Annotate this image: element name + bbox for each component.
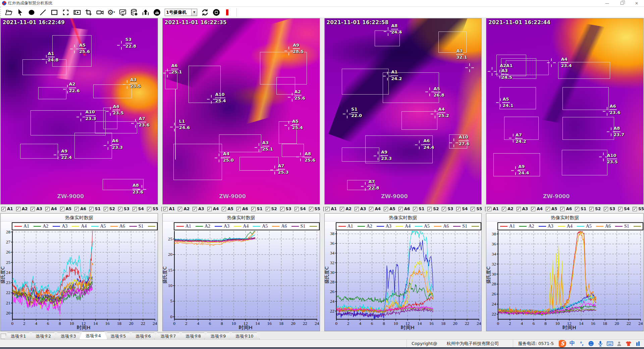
chip-button[interactable] <box>211 8 221 17</box>
checkbox-checked-icon[interactable]: ✓ <box>16 207 20 211</box>
checkbox-checked-icon[interactable]: ✓ <box>118 207 122 211</box>
checkbox-checked-icon[interactable]: ✓ <box>266 207 270 211</box>
series-checkbox-S4[interactable]: ✓S4 <box>294 207 306 211</box>
ime-menu-icon[interactable] <box>635 340 641 347</box>
series-checkbox-A6[interactable]: ✓A6 <box>398 207 410 211</box>
tab-3[interactable]: 选项卡3 <box>54 333 82 339</box>
checkbox-checked-icon[interactable]: ✓ <box>560 207 565 211</box>
series-checkbox-A3[interactable]: ✓A3 <box>193 207 204 211</box>
sogou-logo-icon[interactable]: S <box>559 340 566 347</box>
series-checkbox-S5[interactable]: ✓S5 <box>147 207 158 211</box>
thermal-video[interactable]: 2021-11-01 16:22:49A124.8A525.6S322.8A22… <box>0 18 158 205</box>
checkbox-checked-icon[interactable]: ✓ <box>45 207 50 211</box>
series-checkbox-S1[interactable]: ✓S1 <box>413 207 424 211</box>
open-file-button[interactable] <box>4 8 14 17</box>
tab-1[interactable]: 选项卡1 <box>4 333 32 339</box>
stats-button[interactable] <box>152 8 162 17</box>
series-checkbox-S4[interactable]: ✓S4 <box>456 207 468 211</box>
tab-4[interactable]: 选项卡4 <box>79 332 107 339</box>
checkbox-checked-icon[interactable]: ✓ <box>633 207 637 211</box>
series-checkbox-A6[interactable]: ✓A6 <box>74 207 86 211</box>
series-checkbox-A5[interactable]: ✓A5 <box>60 207 72 211</box>
series-checkbox-A5[interactable]: ✓A5 <box>384 207 395 211</box>
series-checkbox-A1[interactable]: ✓A1 <box>163 207 175 211</box>
checkbox-checked-icon[interactable]: ✓ <box>517 207 521 211</box>
series-checkbox-S5[interactable]: ✓S5 <box>309 207 320 211</box>
ime-keyboard-icon[interactable] <box>606 340 613 347</box>
restore-button[interactable] <box>614 0 629 6</box>
checkbox-checked-icon[interactable]: ✓ <box>427 207 432 211</box>
checkbox-checked-icon[interactable]: ✓ <box>546 207 550 211</box>
series-checkbox-A1[interactable]: ✓A1 <box>1 207 13 211</box>
checkbox-checked-icon[interactable]: ✓ <box>178 207 182 211</box>
checkbox-checked-icon[interactable]: ✓ <box>471 207 475 211</box>
series-checkbox-A4[interactable]: ✓A4 <box>207 207 219 211</box>
close-button[interactable]: ✕ <box>629 0 644 6</box>
series-checkbox-A5[interactable]: ✓A5 <box>546 207 557 211</box>
series-checkbox-S3[interactable]: ✓S3 <box>604 207 615 211</box>
checkbox-checked-icon[interactable]: ✓ <box>280 207 284 211</box>
series-checkbox-S1[interactable]: ✓S1 <box>575 207 586 211</box>
checkbox-checked-icon[interactable]: ✓ <box>89 207 94 211</box>
tab-5[interactable]: 选项卡5 <box>104 333 132 339</box>
tab-7[interactable]: 选项卡7 <box>154 333 182 339</box>
rectangle-tool-button[interactable] <box>49 8 59 17</box>
series-checkbox-S2[interactable]: ✓S2 <box>104 207 115 211</box>
tab-9[interactable]: 选项卡9 <box>204 333 232 339</box>
checkbox-checked-icon[interactable]: ✓ <box>589 207 594 211</box>
minimize-button[interactable]: — <box>600 0 614 6</box>
tab-10[interactable]: 选项卡10 <box>229 333 260 339</box>
checkbox-checked-icon[interactable]: ✓ <box>251 207 256 211</box>
checkbox-checked-icon[interactable]: ✓ <box>163 207 168 211</box>
checkbox-checked-icon[interactable]: ✓ <box>618 207 623 211</box>
thermal-video[interactable]: 2021-11-01 16:22:44A2A1A324.5A423.4A524.… <box>486 18 644 205</box>
checkbox-checked-icon[interactable]: ✓ <box>398 207 403 211</box>
tab-8[interactable]: 选项卡8 <box>179 333 207 339</box>
checkbox-checked-icon[interactable]: ✓ <box>487 207 491 211</box>
camera-select-arrow-icon[interactable]: ▼ <box>191 9 197 16</box>
ime-microphone-icon[interactable] <box>597 340 604 347</box>
series-checkbox-A2[interactable]: ✓A2 <box>340 207 352 211</box>
checkbox-checked-icon[interactable]: ✓ <box>442 207 446 211</box>
video-play-button[interactable] <box>72 8 82 17</box>
monitor-chart-button[interactable] <box>118 8 128 17</box>
camera-tool-button[interactable] <box>95 8 105 17</box>
checkbox-checked-icon[interactable]: ✓ <box>193 207 197 211</box>
series-checkbox-S2[interactable]: ✓S2 <box>266 207 277 211</box>
tab-6[interactable]: 选项卡6 <box>129 333 157 339</box>
checkbox-checked-icon[interactable]: ✓ <box>325 207 330 211</box>
checkbox-checked-icon[interactable]: ✓ <box>575 207 579 211</box>
series-checkbox-A1[interactable]: ✓A1 <box>325 207 337 211</box>
checkbox-checked-icon[interactable]: ✓ <box>604 207 608 211</box>
checkbox-checked-icon[interactable]: ✓ <box>456 207 461 211</box>
series-checkbox-A2[interactable]: ✓A2 <box>16 207 28 211</box>
checkbox-checked-icon[interactable]: ✓ <box>309 207 313 211</box>
series-checkbox-A6[interactable]: ✓A6 <box>236 207 248 211</box>
camera-select[interactable]: 1号摄像机 ▼ <box>165 9 197 16</box>
checkbox-checked-icon[interactable]: ✓ <box>104 207 108 211</box>
series-checkbox-A3[interactable]: ✓A3 <box>31 207 42 211</box>
region-tool-button[interactable] <box>61 8 71 17</box>
checkbox-checked-icon[interactable]: ✓ <box>147 207 151 211</box>
series-checkbox-S5[interactable]: ✓S5 <box>633 207 644 211</box>
upload-button[interactable] <box>141 8 151 17</box>
series-checkbox-A4[interactable]: ✓A4 <box>531 207 543 211</box>
ime-user-icon[interactable] <box>616 340 623 347</box>
series-checkbox-S3[interactable]: ✓S3 <box>442 207 453 211</box>
ime-chinese-mode-icon[interactable]: 中 <box>569 340 576 347</box>
tab-2[interactable]: 选项卡2 <box>29 333 57 339</box>
settings-button[interactable]: ⚙▼ <box>106 8 116 17</box>
series-checkbox-A3[interactable]: ✓A3 <box>517 207 528 211</box>
refresh-button[interactable] <box>200 8 210 17</box>
series-checkbox-S3[interactable]: ✓S3 <box>118 207 129 211</box>
series-checkbox-A2[interactable]: ✓A2 <box>178 207 190 211</box>
checkbox-checked-icon[interactable]: ✓ <box>502 207 506 211</box>
series-checkbox-S4[interactable]: ✓S4 <box>132 207 144 211</box>
ime-punctuation-icon[interactable]: °, <box>578 340 585 347</box>
checkbox-checked-icon[interactable]: ✓ <box>413 207 417 211</box>
series-checkbox-S5[interactable]: ✓S5 <box>471 207 482 211</box>
series-checkbox-S2[interactable]: ✓S2 <box>427 207 439 211</box>
series-checkbox-S3[interactable]: ✓S3 <box>280 207 291 211</box>
series-checkbox-S1[interactable]: ✓S1 <box>89 207 101 211</box>
checkbox-checked-icon[interactable]: ✓ <box>60 207 64 211</box>
